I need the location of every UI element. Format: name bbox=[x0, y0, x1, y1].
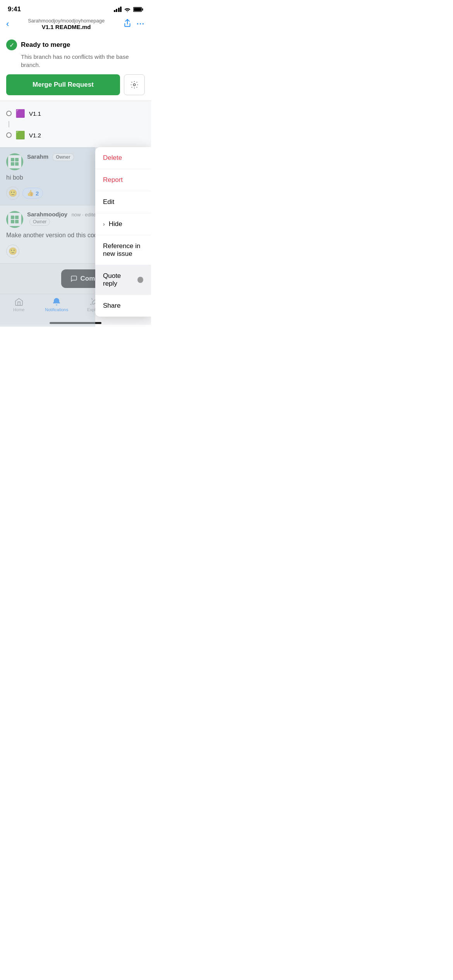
nav-center: Sarahmoodjoy/moodjoyhomepage V1.1 README… bbox=[28, 18, 105, 30]
commit-icon-2: 🟩 bbox=[15, 130, 25, 140]
hide-label: Hide bbox=[109, 220, 122, 228]
merge-section: ✓ Ready to merge This branch has no conf… bbox=[0, 34, 151, 101]
nav-bar: ‹ Sarahmoodjoy/moodjoyhomepage V1.1 READ… bbox=[0, 15, 151, 34]
wifi-icon bbox=[124, 7, 131, 12]
commits-area: 🟪 V1.1 🟩 V1.2 bbox=[0, 101, 151, 148]
merge-description: This branch has no conflicts with the ba… bbox=[21, 53, 145, 69]
commit-dot-1 bbox=[6, 111, 12, 116]
commit-label-1[interactable]: V1.1 bbox=[29, 110, 41, 117]
menu-item-edit[interactable]: Edit bbox=[95, 191, 151, 213]
commit-label-2[interactable]: V1.2 bbox=[29, 132, 41, 139]
signal-icon bbox=[114, 7, 122, 12]
status-time: 9:41 bbox=[8, 5, 21, 13]
merge-status: ✓ Ready to merge bbox=[6, 39, 145, 50]
merge-status-title: Ready to merge bbox=[21, 41, 70, 49]
svg-rect-2 bbox=[142, 8, 143, 10]
commit-row: 🟪 V1.1 bbox=[6, 106, 145, 121]
svg-point-0 bbox=[127, 11, 128, 12]
merge-buttons: Merge Pull Request bbox=[6, 74, 145, 95]
page-title: V1.1 README.md bbox=[28, 24, 105, 30]
status-icons bbox=[114, 7, 144, 12]
commit-connector bbox=[9, 121, 9, 127]
menu-item-quote-reply[interactable]: Quote reply bbox=[95, 265, 151, 295]
commit-dot-2 bbox=[6, 132, 12, 138]
menu-item-hide[interactable]: › Hide bbox=[95, 213, 151, 235]
status-bar: 9:41 bbox=[0, 0, 151, 15]
merge-pull-request-button[interactable]: Merge Pull Request bbox=[6, 74, 120, 95]
reference-label: Reference in new issue bbox=[103, 242, 143, 258]
nav-actions: ··· bbox=[124, 19, 145, 29]
menu-item-reference[interactable]: Reference in new issue bbox=[95, 235, 151, 265]
more-icon[interactable]: ··· bbox=[137, 20, 145, 28]
dim-overlay bbox=[0, 147, 95, 327]
report-label: Report bbox=[103, 176, 123, 184]
delete-label: Delete bbox=[103, 154, 122, 162]
share-label: Share bbox=[103, 302, 120, 310]
hide-chevron-icon: › bbox=[103, 221, 105, 227]
menu-item-share[interactable]: Share bbox=[95, 295, 151, 317]
commit-row-2: 🟩 V1.2 bbox=[6, 127, 145, 143]
quote-reply-label: Quote reply bbox=[103, 272, 134, 288]
back-button[interactable]: ‹ bbox=[6, 19, 9, 29]
merge-check-icon: ✓ bbox=[6, 39, 17, 50]
menu-item-report[interactable]: Report bbox=[95, 169, 151, 191]
context-menu: Delete Report Edit › Hide Reference in n… bbox=[95, 147, 151, 317]
edit-label: Edit bbox=[103, 198, 114, 206]
quote-reply-indicator bbox=[137, 277, 143, 283]
svg-point-4 bbox=[133, 84, 136, 86]
merge-settings-button[interactable] bbox=[124, 74, 145, 95]
commit-icon-1: 🟪 bbox=[15, 109, 25, 118]
battery-icon bbox=[133, 7, 143, 12]
repo-name: Sarahmoodjoy/moodjoyhomepage bbox=[28, 18, 105, 24]
share-icon[interactable] bbox=[124, 19, 131, 29]
svg-rect-3 bbox=[134, 8, 141, 11]
menu-item-delete[interactable]: Delete bbox=[95, 147, 151, 169]
